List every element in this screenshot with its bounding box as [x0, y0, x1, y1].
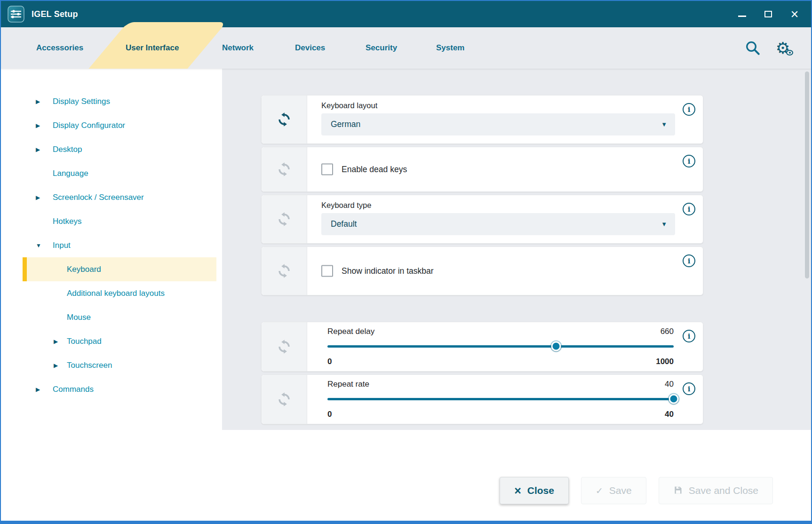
tab-network[interactable]: Network — [222, 27, 254, 69]
close-button-label: Close — [527, 485, 554, 496]
sidebar-item-label: Display Configurator — [53, 121, 125, 130]
info-icon[interactable]: i — [683, 330, 695, 342]
slider-track[interactable] — [327, 345, 674, 348]
eye-icon — [786, 50, 793, 56]
scrollbar-thumb[interactable] — [805, 71, 809, 278]
info-icon[interactable]: i — [683, 103, 695, 116]
reset-icon — [277, 392, 292, 407]
close-window-button[interactable]: × — [785, 4, 804, 24]
reset-icon — [277, 339, 292, 354]
sidebar-item-input[interactable]: ▼ Input — [1, 233, 222, 257]
enable-dead-keys-checkbox[interactable] — [321, 164, 333, 175]
sidebar-item-display-settings[interactable]: ▶ Display Settings — [1, 89, 222, 113]
reset-to-default-button[interactable] — [262, 95, 307, 143]
sidebar-item-label: Hotkeys — [53, 217, 81, 226]
minimize-button[interactable] — [732, 4, 752, 24]
slider-current-value: 40 — [665, 380, 674, 389]
slider-thumb[interactable] — [551, 341, 561, 351]
save-button[interactable]: ✓ Save — [581, 477, 646, 504]
footer-buttons: × Close ✓ Save Save and Close — [500, 477, 773, 504]
sidebar-item-desktop[interactable]: ▶ Desktop — [1, 137, 222, 161]
tab-security[interactable]: Security — [366, 27, 397, 69]
chevron-right-icon: ▶ — [36, 123, 40, 128]
slider-min-label: 0 — [327, 410, 332, 419]
check-icon: ✓ — [596, 486, 603, 495]
sidebar-item-language[interactable]: Language — [1, 161, 222, 185]
tab-bar: Accessories User Interface Network Devic… — [1, 27, 811, 69]
tab-system[interactable]: System — [436, 27, 464, 69]
close-button[interactable]: × Close — [500, 477, 569, 504]
reset-icon — [277, 162, 292, 177]
reset-to-default-button[interactable] — [262, 247, 307, 295]
info-icon[interactable]: i — [683, 382, 695, 395]
checkbox-label: Enable dead keys — [342, 165, 407, 175]
repeat-rate-slider[interactable] — [327, 397, 674, 402]
maximize-button[interactable] — [758, 4, 778, 24]
reset-to-default-button[interactable] — [262, 195, 307, 243]
sidebar-item-hotkeys[interactable]: Hotkeys — [1, 209, 222, 233]
scrollbar[interactable] — [805, 71, 809, 413]
chevron-right-icon: ▶ — [36, 99, 40, 104]
sidebar-item-screenlock-screensaver[interactable]: ▶ Screenlock / Screensaver — [1, 185, 222, 209]
info-icon[interactable]: i — [683, 203, 695, 215]
sidebar-item-touchscreen[interactable]: ▶ Touchscreen — [1, 353, 222, 377]
reset-icon — [277, 112, 292, 127]
chevron-right-icon: ▶ — [36, 195, 40, 200]
info-glyph: i — [688, 157, 691, 166]
sidebar-item-label: Touchscreen — [67, 361, 112, 370]
tab-accessories[interactable]: Accessories — [36, 27, 83, 69]
titlebar: IGEL Setup × — [1, 1, 811, 27]
window-title: IGEL Setup — [32, 9, 78, 19]
tab-user-interface[interactable]: User Interface — [126, 27, 179, 69]
reset-to-default-button[interactable] — [262, 322, 307, 371]
keyboard-layout-dropdown[interactable]: German ▼ — [321, 113, 675, 135]
info-icon[interactable]: i — [683, 155, 695, 167]
parameter-visibility-gear-icon[interactable]: ⚙ — [773, 39, 792, 57]
slider-label: Repeat rate — [327, 380, 369, 389]
dropdown-selected-value: Default — [331, 219, 357, 229]
settings-cards: Keyboard layout German ▼ i — [261, 95, 703, 424]
chevron-down-icon: ▼ — [661, 121, 667, 128]
setting-card-show-indicator: Show indicator in taskbar i — [261, 246, 703, 295]
sidebar-item-display-configurator[interactable]: ▶ Display Configurator — [1, 113, 222, 137]
show-indicator-checkbox[interactable] — [321, 265, 333, 277]
sidebar-item-label: Touchpad — [67, 337, 102, 346]
info-icon[interactable]: i — [683, 254, 695, 267]
save-and-close-button-label: Save and Close — [689, 485, 758, 496]
sidebar-item-additional-keyboard-layouts[interactable]: Additional keyboard layouts — [1, 281, 222, 305]
tabbar-tools: ⚙ — [744, 27, 792, 69]
save-and-close-button[interactable]: Save and Close — [659, 477, 773, 504]
info-glyph: i — [688, 385, 691, 393]
window-controls: × — [732, 1, 804, 27]
reset-icon — [277, 263, 292, 278]
sidebar-item-mouse[interactable]: Mouse — [1, 305, 222, 329]
save-floppy-icon — [673, 485, 683, 496]
settings-panel: Keyboard layout German ▼ i — [222, 69, 811, 430]
info-glyph: i — [688, 205, 691, 214]
slider-label: Repeat delay — [327, 327, 374, 336]
info-glyph: i — [688, 105, 691, 114]
maximize-icon — [764, 11, 772, 17]
reset-to-default-button[interactable] — [262, 147, 307, 191]
slider-thumb[interactable] — [669, 394, 679, 404]
sidebar-item-label: Language — [53, 169, 88, 178]
setting-card-repeat-rate: Repeat rate 40 0 40 i — [261, 374, 703, 424]
sidebar-item-commands[interactable]: ▶ Commands — [1, 377, 222, 401]
search-icon[interactable] — [744, 40, 761, 56]
slider-max-label: 1000 — [656, 357, 674, 366]
slider-max-label: 40 — [665, 410, 674, 419]
card-group-gap — [261, 295, 703, 322]
sidebar-item-touchpad[interactable]: ▶ Touchpad — [1, 329, 222, 353]
repeat-delay-slider[interactable] — [327, 344, 674, 349]
sidebar-item-keyboard[interactable]: Keyboard — [23, 257, 216, 281]
tab-devices[interactable]: Devices — [295, 27, 325, 69]
slider-min-label: 0 — [327, 357, 332, 366]
sidebar-item-label: Desktop — [53, 145, 82, 154]
slider-track[interactable] — [327, 398, 674, 400]
chevron-right-icon: ▶ — [36, 387, 40, 392]
minimize-icon — [738, 16, 746, 17]
keyboard-type-dropdown[interactable]: Default ▼ — [321, 213, 675, 235]
reset-to-default-button[interactable] — [262, 375, 307, 424]
sidebar-item-label: Commands — [53, 385, 94, 394]
reset-icon — [277, 212, 292, 227]
